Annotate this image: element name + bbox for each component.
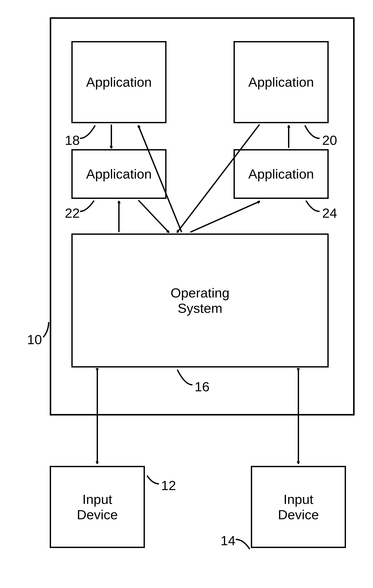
box-app-24-label: Application (248, 166, 314, 182)
box-os-16: Operating System (71, 233, 329, 368)
label-10: 10 (27, 333, 42, 346)
box-app-18: Application (71, 41, 167, 123)
box-app-20-label: Application (248, 74, 314, 90)
label-24: 24 (322, 206, 337, 220)
box-app-22-label: Application (86, 166, 152, 182)
label-20: 20 (322, 134, 337, 147)
box-app-22: Application (71, 149, 167, 199)
box-app-24: Application (234, 149, 329, 199)
label-16: 16 (195, 380, 210, 393)
box-app-20: Application (234, 41, 329, 123)
label-14: 14 (221, 534, 235, 547)
diagram-canvas: Application Application Application Appl… (0, 0, 373, 588)
label-12: 12 (161, 479, 176, 492)
box-input-12: Input Device (50, 466, 145, 548)
box-input-12-label: Input Device (77, 492, 118, 523)
box-input-14: Input Device (251, 466, 346, 548)
label-18: 18 (65, 134, 80, 147)
box-input-14-label: Input Device (278, 492, 319, 523)
label-22: 22 (65, 206, 80, 220)
box-app-18-label: Application (86, 74, 152, 90)
box-os-16-label: Operating System (171, 285, 229, 316)
